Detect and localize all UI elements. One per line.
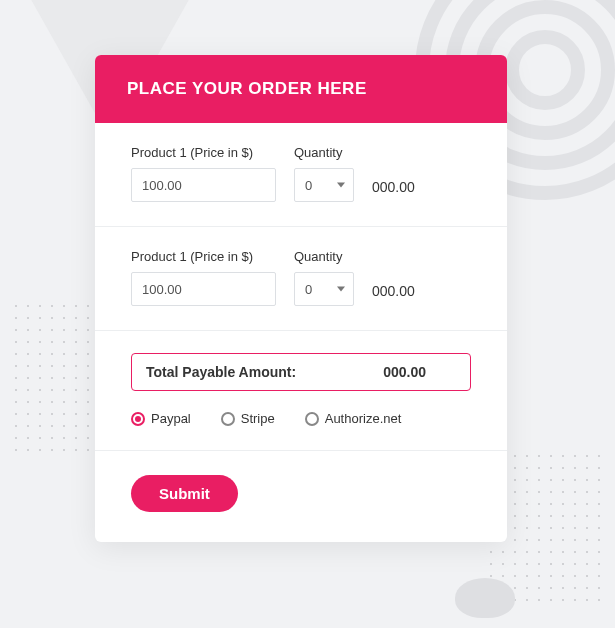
- quantity-value: 0: [305, 282, 312, 297]
- order-card: PLACE YOUR ORDER HERE Product 1 (Price i…: [95, 55, 507, 542]
- chevron-down-icon: [337, 183, 345, 188]
- card-title: PLACE YOUR ORDER HERE: [127, 79, 367, 98]
- payment-option-label: Paypal: [151, 411, 191, 426]
- total-value: 000.00: [383, 364, 456, 380]
- line-total: 000.00: [372, 283, 471, 306]
- payment-option-stripe[interactable]: Stripe: [221, 411, 275, 426]
- quantity-select[interactable]: 0: [294, 168, 354, 202]
- radio-icon: [305, 412, 319, 426]
- quantity-value: 0: [305, 178, 312, 193]
- payment-option-authorizenet[interactable]: Authorize.net: [305, 411, 402, 426]
- card-header: PLACE YOUR ORDER HERE: [95, 55, 507, 123]
- quantity-label: Quantity: [294, 145, 354, 160]
- quantity-select[interactable]: 0: [294, 272, 354, 306]
- total-payable-box: Total Payable Amount: 000.00: [131, 353, 471, 391]
- payment-option-paypal[interactable]: Paypal: [131, 411, 191, 426]
- product-price-input[interactable]: [131, 168, 276, 202]
- submit-section: Submit: [95, 451, 507, 542]
- bg-blob: [455, 578, 515, 618]
- chevron-down-icon: [337, 287, 345, 292]
- submit-button[interactable]: Submit: [131, 475, 238, 512]
- payment-option-label: Authorize.net: [325, 411, 402, 426]
- radio-icon: [131, 412, 145, 426]
- line-total: 000.00: [372, 179, 471, 202]
- product-label: Product 1 (Price in $): [131, 249, 276, 264]
- product-row: Product 1 (Price in $) Quantity 0 000.00: [95, 123, 507, 227]
- product-price-input[interactable]: [131, 272, 276, 306]
- quantity-label: Quantity: [294, 249, 354, 264]
- payment-option-label: Stripe: [241, 411, 275, 426]
- product-row: Product 1 (Price in $) Quantity 0 000.00: [95, 227, 507, 331]
- total-label: Total Payable Amount:: [146, 364, 296, 380]
- summary-section: Total Payable Amount: 000.00 Paypal Stri…: [95, 331, 507, 451]
- payment-options: Paypal Stripe Authorize.net: [131, 411, 471, 426]
- radio-icon: [221, 412, 235, 426]
- product-label: Product 1 (Price in $): [131, 145, 276, 160]
